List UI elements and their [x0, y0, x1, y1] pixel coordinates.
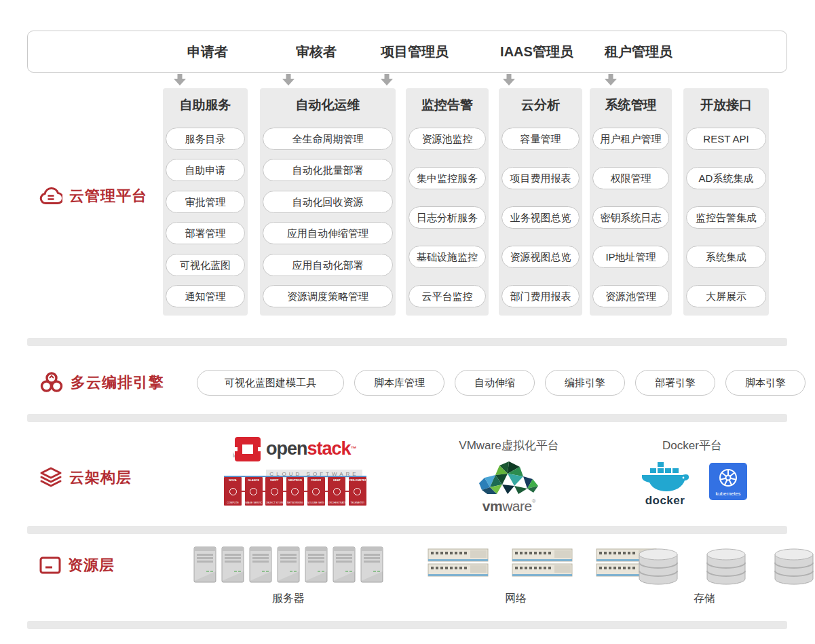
column-items: 资源池监控集中监控服务日志分析服务基础设施监控云平台监控: [409, 128, 486, 307]
down-arrow-icon: [174, 74, 186, 86]
column-items: 全生命周期管理自动化批量部署自动化回收资源应用自动伸缩管理应用自动化部署资源调度…: [263, 128, 393, 307]
component-name: SWIFT: [270, 478, 278, 482]
module-pill: 云平台监控: [409, 285, 486, 307]
component-role: NETWORKING: [287, 501, 303, 504]
component-role: COMPUTE: [227, 501, 239, 504]
vmware-logo: vmware®: [472, 460, 546, 514]
openstack-components: NOVACOMPUTEGLANCEIMAGE SERVICESWIFTOBJEC…: [224, 477, 366, 506]
platform-columns: 自助服务服务目录自助申请审批管理部署管理可视化蓝图通知管理自动化运维全生命周期管…: [0, 88, 815, 316]
openstack-logo: openstack™ CLOUD SOFTWARE: [231, 436, 377, 478]
docker-platform-title: Docker平台: [648, 438, 736, 453]
module-pill: 业务视图总览: [501, 206, 580, 229]
kubernetes-wheel-icon: [709, 463, 747, 493]
component-name: GLANCE: [248, 478, 259, 482]
vmware-platform-title: VMware虚拟化平台: [448, 438, 570, 453]
server-icons: [193, 545, 383, 587]
component-icon: [250, 488, 257, 495]
module-pill: 集中监控服务: [409, 167, 486, 189]
storage-icon: [704, 546, 748, 590]
server-icon: [333, 545, 356, 587]
resource-card-icon: [39, 555, 61, 575]
server-icon: [360, 545, 383, 587]
storage-icons: [637, 546, 815, 590]
vmware-wordmark: vmware®: [472, 498, 546, 514]
role-label: 项目管理员: [347, 31, 482, 72]
engine-button: 部署引擎: [635, 370, 715, 396]
column-title: 自动化运维: [263, 96, 393, 114]
module-pill: 服务目录: [166, 128, 245, 150]
module-pill: 项目费用报表: [501, 167, 580, 189]
module-pill: 资源视图总览: [501, 246, 580, 268]
roles-bar: 申请者审核者项目管理员IAAS管理员租户管理员: [27, 31, 787, 73]
component-role: IMAGE SERVICE: [245, 501, 262, 504]
down-arrow-icon: [503, 74, 515, 86]
kubernetes-wordmark: kubernetes: [715, 491, 740, 497]
module-pill: 监控告警集成: [686, 206, 766, 229]
column-title: 监控告警: [409, 96, 486, 114]
module-pill: 系统集成: [686, 246, 766, 268]
component-icon: [271, 488, 278, 495]
network-group-label: 网络: [461, 592, 570, 606]
platform-column: 云分析容量管理项目费用报表业务视图总览资源视图总览部门费用报表: [499, 88, 582, 316]
section-divider: [27, 621, 787, 629]
server-icon: [221, 545, 244, 587]
storage-group-label: 存储: [650, 592, 759, 606]
module-pill: 部署管理: [166, 222, 245, 244]
column-title: 云分析: [501, 96, 580, 114]
openstack-component-tile: HEATORCHESTRATION: [328, 477, 345, 506]
column-title: 自助服务: [166, 96, 245, 114]
cloud-platform-architecture-diagram: 申请者审核者项目管理员IAAS管理员租户管理员 云管理平台 自助服务服务目录自助…: [0, 0, 815, 644]
platform-column: 监控告警资源池监控集中监控服务日志分析服务基础设施监控云平台监控: [406, 88, 489, 316]
module-pill: 资源调度策略管理: [263, 285, 393, 307]
server-icon: [305, 545, 328, 587]
component-icon: [312, 488, 320, 495]
platform-column: 系统管理用户租户管理权限管理密钥系统日志IP地址管理资源池管理: [590, 88, 672, 316]
openstack-component-tile: CEILOMETERTELEMETRY: [349, 477, 366, 506]
openstack-component-tile: NEUTRONNETWORKING: [286, 477, 304, 506]
module-pill: IP地址管理: [592, 246, 669, 268]
storage-icon: [637, 546, 680, 590]
multi-cloud-icon: [39, 371, 64, 394]
component-icon: [291, 488, 299, 495]
component-icon: [333, 488, 341, 495]
component-role: OBJECT STORE: [266, 501, 283, 504]
role-label: 租户管理员: [571, 31, 706, 72]
vmware-mosaic-icon: [474, 460, 544, 498]
module-pill: AD系统集成: [686, 167, 766, 189]
component-role: VOLUME SERVICE: [307, 501, 324, 504]
section-title-architecture: 云架构层: [69, 468, 132, 488]
module-pill: 密钥系统日志: [592, 206, 669, 229]
module-pill: 自动化批量部署: [263, 159, 393, 181]
layers-icon: [39, 467, 62, 489]
module-pill: 资源池管理: [592, 285, 669, 307]
openstack-component-tile: CINDERVOLUME SERVICE: [307, 477, 325, 506]
openstack-glyph-icon: [231, 436, 262, 468]
component-role: TELEMETRY: [350, 501, 364, 504]
platform-column: 自动化运维全生命周期管理自动化批量部署自动化回收资源应用自动伸缩管理应用自动化部…: [260, 88, 396, 316]
module-pill: 日志分析服务: [409, 206, 486, 229]
down-arrow-icon: [605, 74, 617, 86]
module-pill: 部门费用报表: [501, 285, 580, 307]
docker-whale-icon: [641, 461, 689, 493]
section-divider: [27, 526, 787, 534]
docker-logo: docker: [640, 461, 690, 508]
component-icon: [354, 488, 361, 495]
component-name: NEUTRON: [288, 478, 302, 482]
component-name: HEAT: [333, 478, 341, 482]
engine-button: 可视化蓝图建模工具: [197, 370, 344, 396]
section-title-resources: 资源层: [68, 555, 115, 575]
module-pill: 资源池监控: [409, 128, 486, 150]
openstack-component-tile: SWIFTOBJECT STORE: [265, 477, 283, 506]
openstack-wordmark: openstack™: [266, 438, 356, 459]
section-label-resources: 资源层: [39, 555, 115, 575]
storage-icon: [772, 546, 815, 590]
engine-button: 脚本库管理: [354, 370, 444, 396]
column-items: REST APIAD系统集成监控告警集成系统集成大屏展示: [686, 128, 766, 307]
module-pill: 权限管理: [592, 167, 669, 189]
network-icons: [428, 546, 658, 583]
module-pill: 容量管理: [501, 128, 580, 150]
component-role: ORCHESTRATION: [328, 501, 345, 504]
component-name: NOVA: [229, 478, 236, 482]
module-pill: 大屏展示: [686, 285, 766, 307]
section-divider: [27, 338, 787, 346]
